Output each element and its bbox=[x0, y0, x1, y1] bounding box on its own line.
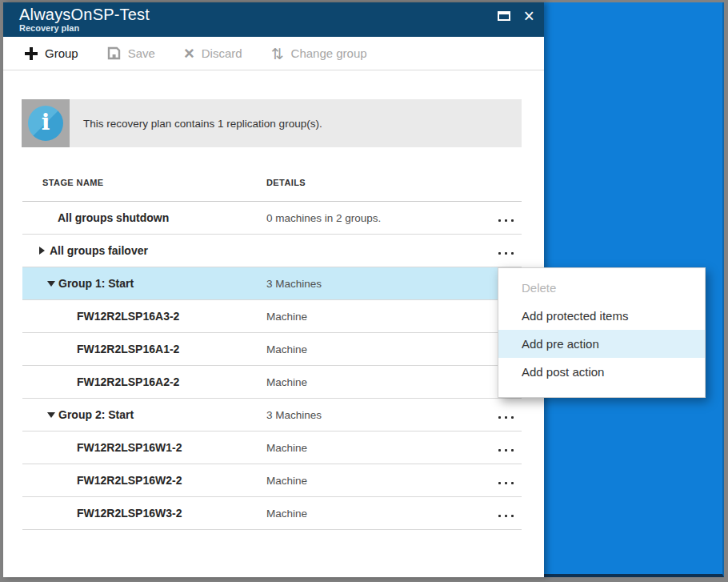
blade-title-bar: AlwaysOnSP-Test Recovery plan × bbox=[3, 2, 544, 37]
window-controls: × bbox=[498, 10, 534, 22]
table-row-all-groups-failover[interactable]: All groups failover bbox=[22, 235, 522, 267]
stage-details: 3 Machines bbox=[266, 399, 322, 431]
machine-name: FW12R2LSP16W1-2 bbox=[77, 431, 182, 464]
ellipsis-icon[interactable] bbox=[497, 249, 515, 258]
table-row-machine[interactable]: FW12R2LSP16A3-2 Machine bbox=[22, 300, 522, 333]
page-title: AlwaysOnSP-Test bbox=[19, 6, 544, 23]
machine-details: Machine bbox=[266, 464, 307, 497]
machine-details: Machine bbox=[266, 300, 307, 333]
stage-table: STAGE NAME DETAILS All groups shutdown 0… bbox=[22, 163, 522, 530]
machine-details: Machine bbox=[266, 431, 307, 464]
machine-details: Machine bbox=[266, 497, 307, 530]
stage-name: Group 2: Start bbox=[58, 399, 134, 431]
menu-item-add-post-action[interactable]: Add post action bbox=[498, 358, 705, 386]
ellipsis-icon[interactable] bbox=[497, 446, 515, 455]
save-icon bbox=[107, 46, 121, 60]
discard-button-label: Discard bbox=[202, 46, 242, 60]
menu-item-add-pre-action[interactable]: Add pre action bbox=[498, 330, 705, 358]
machine-details: Machine bbox=[266, 366, 307, 399]
table-row-machine[interactable]: FW12R2LSP16W1-2 Machine bbox=[22, 431, 522, 464]
table-row-machine[interactable]: FW12R2LSP16A2-2 Machine bbox=[22, 366, 522, 399]
ellipsis-icon[interactable] bbox=[497, 512, 515, 520]
table-header-row: STAGE NAME DETAILS bbox=[22, 163, 522, 202]
table-row-machine[interactable]: FW12R2LSP16W3-2 Machine bbox=[22, 497, 522, 530]
stage-name: Group 1: Start bbox=[58, 267, 134, 300]
maximize-icon[interactable] bbox=[498, 11, 510, 21]
change-group-icon: ⇅ bbox=[271, 46, 284, 61]
table-row-group-2-start[interactable]: Group 2: Start 3 Machines bbox=[22, 399, 522, 431]
table-row-group-1-start[interactable]: Group 1: Start 3 Machines bbox=[22, 267, 522, 300]
table-row-machine[interactable]: FW12R2LSP16A1-2 Machine bbox=[22, 333, 522, 366]
column-header-stage-name: STAGE NAME bbox=[42, 163, 104, 202]
machine-name: FW12R2LSP16W3-2 bbox=[77, 497, 182, 530]
info-banner-message: This recovery plan contains 1 replicatio… bbox=[70, 99, 522, 147]
group-button[interactable]: Group bbox=[25, 46, 78, 60]
table-row-machine[interactable]: FW12R2LSP16W2-2 Machine bbox=[22, 464, 522, 497]
plus-icon bbox=[25, 47, 38, 60]
machine-name: FW12R2LSP16W2-2 bbox=[77, 464, 182, 497]
stage-details: 3 Machines bbox=[266, 267, 322, 300]
ellipsis-icon[interactable] bbox=[497, 479, 515, 488]
save-button[interactable]: Save bbox=[107, 46, 155, 60]
info-icon-glyph: i bbox=[42, 111, 50, 134]
machine-details: Machine bbox=[266, 333, 307, 366]
save-button-label: Save bbox=[128, 46, 155, 60]
recovery-plan-blade: AlwaysOnSP-Test Recovery plan × Group Sa… bbox=[3, 2, 544, 577]
row-context-menu: Delete Add protected items Add pre actio… bbox=[498, 267, 706, 398]
ellipsis-icon[interactable] bbox=[497, 413, 515, 422]
ellipsis-icon[interactable] bbox=[497, 216, 515, 225]
discard-icon: × bbox=[184, 47, 194, 60]
expander-collapsed-icon[interactable] bbox=[39, 247, 45, 255]
command-toolbar: Group Save × Discard ⇅ Change group bbox=[3, 37, 544, 70]
machine-name: FW12R2LSP16A1-2 bbox=[77, 333, 179, 366]
info-banner: i This recovery plan contains 1 replicat… bbox=[22, 99, 522, 147]
menu-item-add-protected-items[interactable]: Add protected items bbox=[498, 302, 705, 330]
table-row-all-groups-shutdown[interactable]: All groups shutdown 0 machines in 2 grou… bbox=[22, 202, 522, 235]
column-header-details: DETAILS bbox=[266, 163, 306, 202]
stage-name: All groups failover bbox=[50, 235, 148, 267]
discard-button[interactable]: × Discard bbox=[184, 46, 242, 60]
recovery-plan-screen: { "window": { "title": "AlwaysOnSP-Test"… bbox=[0, 0, 728, 582]
page-subtitle: Recovery plan bbox=[19, 23, 544, 34]
machine-name: FW12R2LSP16A2-2 bbox=[77, 366, 179, 399]
menu-item-delete[interactable]: Delete bbox=[498, 274, 705, 302]
stage-name: All groups shutdown bbox=[58, 202, 169, 235]
info-icon: i bbox=[28, 106, 63, 141]
close-icon[interactable]: × bbox=[524, 10, 534, 22]
change-group-button[interactable]: ⇅ Change group bbox=[271, 46, 367, 61]
info-banner-icon-box: i bbox=[22, 99, 70, 147]
stage-details: 0 machines in 2 groups. bbox=[266, 202, 381, 235]
group-button-label: Group bbox=[45, 46, 78, 60]
expander-expanded-icon[interactable] bbox=[47, 412, 55, 418]
machine-name: FW12R2LSP16A3-2 bbox=[77, 300, 179, 333]
expander-expanded-icon[interactable] bbox=[47, 281, 55, 287]
change-group-button-label: Change group bbox=[291, 46, 367, 60]
